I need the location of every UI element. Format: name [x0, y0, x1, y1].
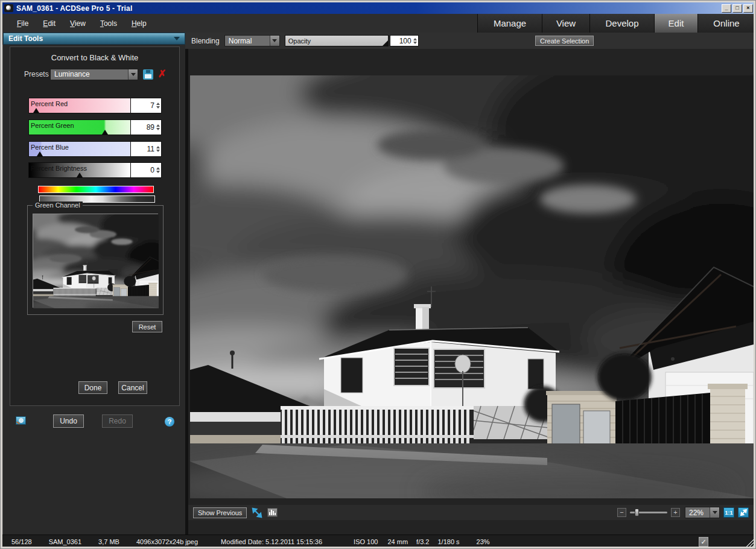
presets-label: Presets: [24, 70, 49, 78]
menu-file[interactable]: File: [11, 17, 34, 30]
minimize-button[interactable]: _: [722, 4, 731, 13]
percent-blue-label: Percent Blue: [31, 144, 69, 151]
tab-edit[interactable]: Edit: [654, 14, 697, 33]
blending-mode-value: Normal: [225, 37, 270, 45]
actual-size-button[interactable]: 1:1: [723, 507, 734, 518]
tab-online[interactable]: Online: [697, 14, 754, 33]
presets-select[interactable]: Luminance: [50, 69, 138, 80]
fit-image-button[interactable]: [738, 507, 749, 518]
zoom-in-button[interactable]: +: [671, 508, 680, 517]
percent-blue-slider-row: Percent Blue 11: [28, 141, 162, 157]
zoom-slider-thumb[interactable]: [635, 509, 639, 516]
spinner-up-icon[interactable]: [156, 146, 160, 148]
percent-green-marker[interactable]: [102, 130, 108, 135]
help-icon[interactable]: ?: [165, 417, 174, 427]
preview-magnifier-icon[interactable]: [16, 416, 26, 425]
green-channel-title: Green Channel: [33, 202, 83, 209]
spinner-down-icon[interactable]: [156, 128, 160, 130]
percent-blue-track[interactable]: Percent Blue: [28, 141, 131, 157]
show-previous-button[interactable]: Show Previous: [193, 507, 247, 518]
dropdown-arrow-icon[interactable]: [710, 507, 719, 518]
percent-red-marker[interactable]: [33, 108, 39, 113]
menu-tools[interactable]: Tools: [94, 17, 123, 30]
title-bar[interactable]: SAM_0361 - ACDSee Pro 5 - Trial _ □ ×: [2, 2, 754, 14]
edit-tools-title: Edit Tools: [8, 34, 43, 43]
done-button[interactable]: Done: [78, 381, 107, 394]
zoom-controls: − + 22% 1:1: [617, 507, 749, 518]
spinner-down-icon[interactable]: [156, 171, 160, 173]
chevron-down-icon[interactable]: [174, 37, 180, 40]
status-file-size: 3,7 MB: [98, 538, 119, 545]
percent-blue-value-box[interactable]: 11: [131, 141, 162, 157]
cancel-button[interactable]: Cancel: [118, 381, 147, 394]
percent-brightness-track[interactable]: Percent Brightness: [28, 162, 131, 178]
zoom-level-value: 22%: [685, 509, 710, 517]
opacity-label: Opacity: [288, 37, 311, 45]
spinner-down-icon[interactable]: [156, 150, 160, 152]
checkmark-icon[interactable]: ✓: [699, 537, 708, 547]
percent-brightness-marker[interactable]: [77, 173, 83, 177]
spinner-up-icon[interactable]: [156, 167, 160, 170]
reset-button[interactable]: Reset: [132, 321, 162, 332]
percent-red-value-box[interactable]: 7: [131, 98, 162, 113]
spinner-down-icon[interactable]: [156, 106, 160, 109]
percent-green-label: Percent Green: [31, 122, 74, 129]
opacity-slider[interactable]: Opacity: [285, 35, 389, 46]
percent-blue-marker[interactable]: [37, 151, 43, 156]
blending-mode-select[interactable]: Normal: [224, 35, 280, 46]
dropdown-arrow-icon[interactable]: [128, 69, 138, 80]
hue-spectrum-bar: [38, 186, 154, 193]
image-canvas: Show Previous −: [185, 49, 754, 535]
blending-label: Blending: [191, 37, 220, 45]
tab-develop[interactable]: Develop: [589, 14, 654, 33]
green-channel-preview: [33, 214, 158, 308]
percent-green-track[interactable]: Percent Green: [28, 119, 131, 135]
tab-view[interactable]: View: [542, 14, 589, 33]
close-button[interactable]: ×: [743, 4, 753, 13]
zoom-out-button[interactable]: −: [617, 508, 626, 517]
photo-canvas[interactable]: [190, 75, 754, 498]
window-content: SAM_0361 - ACDSee Pro 5 - Trial _ □ × Fi…: [2, 2, 754, 547]
presets-row: Presets Luminance ✗: [10, 68, 179, 81]
spinner-down-icon[interactable]: [413, 42, 417, 44]
convert-bw-tool-box: Convert to Black & White Presets Luminan…: [10, 46, 180, 406]
menu-view[interactable]: View: [64, 17, 92, 30]
status-file-name: SAM_0361: [49, 538, 81, 545]
create-selection-button[interactable]: Create Selection: [535, 36, 594, 46]
spinner-up-icon[interactable]: [156, 124, 160, 127]
status-file-index: 56/128: [11, 538, 32, 545]
menu-bar: File Edit View Tools Help: [11, 14, 153, 33]
percent-green-value: 89: [147, 123, 154, 132]
delete-preset-icon[interactable]: ✗: [157, 69, 167, 80]
percent-red-track[interactable]: Percent Red: [28, 98, 131, 113]
dropdown-arrow-icon[interactable]: [270, 36, 279, 46]
resize-grip[interactable]: [745, 538, 754, 547]
status-modified-date: Modified Date: 5.12.2011 15:15:36: [221, 538, 322, 545]
tab-manage[interactable]: Manage: [477, 14, 542, 33]
percent-brightness-value-box[interactable]: 0: [131, 162, 162, 178]
status-bar: 56/128 SAM_0361 3,7 MB 4096x3072x24b jpe…: [2, 535, 754, 547]
menu-help[interactable]: Help: [125, 17, 153, 30]
edit-tools-header[interactable]: Edit Tools: [3, 33, 185, 45]
maximize-button[interactable]: □: [732, 4, 742, 13]
redo-button: Redo: [102, 414, 133, 428]
opacity-value-box[interactable]: 100: [390, 35, 419, 46]
spinner-up-icon[interactable]: [413, 38, 417, 40]
app-icon: [4, 4, 13, 12]
green-channel-group: Green Channel: [27, 205, 164, 315]
compare-arrows-icon[interactable]: [252, 507, 262, 518]
percent-red-label: Percent Red: [31, 100, 68, 107]
zoom-level-select[interactable]: 22%: [685, 507, 720, 518]
undo-button[interactable]: Undo: [53, 414, 84, 428]
edit-tool-panel: Convert to Black & White Presets Luminan…: [2, 45, 185, 535]
percent-red-value: 7: [150, 101, 154, 110]
histogram-icon[interactable]: [267, 508, 278, 517]
app-window: SAM_0361 - ACDSee Pro 5 - Trial _ □ × Fi…: [0, 0, 756, 549]
save-preset-icon[interactable]: [143, 69, 153, 80]
zoom-slider[interactable]: [630, 512, 667, 513]
menu-edit[interactable]: Edit: [37, 17, 62, 30]
percent-green-value-box[interactable]: 89: [131, 119, 162, 135]
opacity-marker[interactable]: [383, 40, 388, 46]
mode-tabs: Manage View Develop Edit Online: [477, 14, 754, 33]
spinner-up-icon[interactable]: [156, 103, 160, 105]
